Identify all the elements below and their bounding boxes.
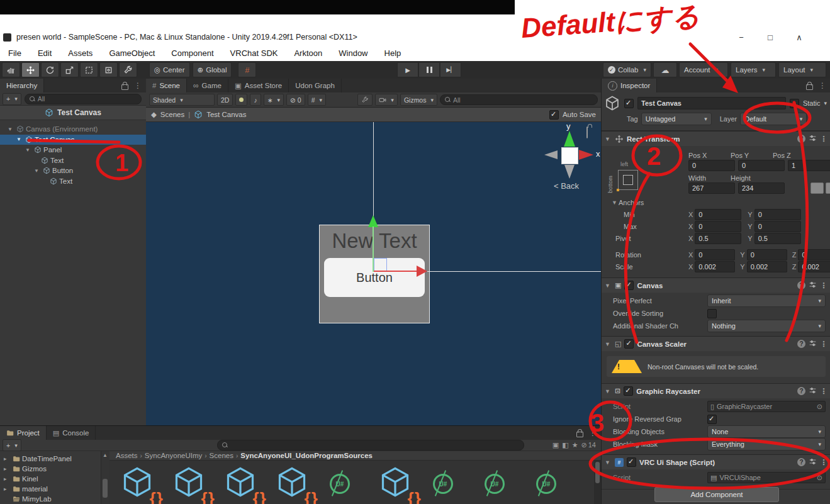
gizmo-y-cone[interactable] [564,131,575,147]
package-filter-icon[interactable]: ▣ [552,441,559,449]
menu-file[interactable]: File [0,45,30,61]
additional-shader-dropdown[interactable]: Nothing [707,320,826,332]
add-component-button[interactable]: Add Component [654,487,779,502]
panel-menu-icon[interactable]: ⋮ [819,81,826,90]
static-dropdown-caret[interactable]: ▾ [824,100,827,106]
favorites-icon[interactable]: ★ [572,441,578,449]
hierarchy-search-input[interactable]: All [25,94,142,104]
rotate-tool-button[interactable] [41,62,59,77]
gizmo-back-label[interactable]: < Back [554,181,579,191]
vrc-ui-shape-enabled-checkbox[interactable] [627,457,636,467]
foldout-icon[interactable]: ▸ [4,466,11,472]
ignore-reversed-checkbox[interactable] [707,415,717,424]
maximize-button[interactable]: □ [757,30,783,45]
pause-button[interactable] [418,62,440,77]
foldout-icon[interactable]: ▼ [605,459,612,466]
menu-component[interactable]: Component [163,45,222,61]
lock-icon[interactable] [121,84,128,90]
foldout-icon[interactable]: ▼ [605,341,612,347]
grid-snapping-button[interactable]: # [238,62,256,77]
gizmos-dropdown[interactable]: Gizmos [400,94,437,106]
label-filter-icon[interactable]: ◧ [562,441,568,449]
scale-tool-button[interactable] [60,62,79,77]
tab-project[interactable]: Project [0,426,47,440]
anchor-preset-widget[interactable]: left bottom [607,165,644,201]
help-icon[interactable]: ? [797,340,805,348]
2d-toggle-button[interactable]: 2D [217,94,233,106]
close-button[interactable]: ∧ [786,30,812,45]
breadcrumb-scenes[interactable]: Scenes [160,111,184,118]
foldout-icon[interactable]: ▼ [34,168,41,174]
component-menu-icon[interactable]: ⋮ [820,135,827,143]
canvas-scaler-enabled-checkbox[interactable] [624,339,634,349]
layers-dropdown[interactable]: Layers [731,62,776,77]
transform-tool-button[interactable] [99,62,118,77]
grid-visibility-dropdown[interactable]: # [308,94,326,106]
component-menu-icon[interactable]: ⋮ [820,387,827,396]
orientation-gizmo[interactable]: y x < Back [532,123,601,193]
rotation-z-field[interactable]: 0 [798,249,830,260]
gizmo-down-cone[interactable] [564,165,575,179]
foldout-icon[interactable]: ▼ [25,147,32,153]
gizmo-left-cone[interactable] [544,150,558,159]
handle-rotation-button[interactable]: ⊕Global [193,62,232,77]
help-icon[interactable]: ? [797,387,805,395]
minimize-button[interactable]: − [728,30,754,45]
play-button[interactable]: ▶ [397,62,418,77]
foldout-icon[interactable]: ▼ [605,388,612,395]
step-button[interactable]: ▶▏ [440,62,461,77]
pos-x-field[interactable]: 0 [688,160,735,171]
udon-program-asset-icon[interactable]: { } [224,466,263,504]
breadcrumb-assets[interactable]: Assets [116,452,138,459]
override-sorting-checkbox[interactable] [707,309,717,318]
folder-item-mimylab[interactable]: MimyLab [0,494,101,504]
tab-scene[interactable]: #Scene [146,79,187,92]
scale-z-field[interactable]: 0.002 [798,261,830,272]
hierarchy-item-canvas-environment[interactable]: ▼ Canvas (Environment) [0,124,146,135]
height-field[interactable]: 234 [738,182,785,194]
presets-icon[interactable] [809,281,817,290]
rotation-y-field[interactable]: 0 [747,249,787,260]
canvas-enabled-checkbox[interactable] [624,281,634,290]
presets-icon[interactable] [809,386,817,396]
tab-udon-graph[interactable]: Udon Graph [289,79,342,92]
hierarchy-item-button-text[interactable]: Text [0,176,146,187]
lighting-toggle-button[interactable] [235,94,247,106]
help-icon[interactable]: ? [797,458,805,466]
camera-dropdown[interactable] [375,94,398,106]
udon-program-asset-icon[interactable]: { } [121,466,160,504]
folder-scrollbar[interactable]: ▲ [101,451,109,504]
tab-asset-store[interactable]: ▣Asset Store [228,79,289,92]
move-tool-button[interactable] [21,62,40,77]
anchor-min-x-field[interactable]: 0 [695,209,741,220]
pivot-mode-button[interactable]: ◎Center [149,62,190,77]
auto-save-checkbox[interactable] [549,110,559,120]
anchor-max-y-field[interactable]: 0 [754,221,801,232]
menu-edit[interactable]: Edit [30,45,60,61]
gizmo-lock-icon[interactable] [586,126,588,138]
object-picker-icon[interactable]: ⊙ [817,474,822,482]
pivot-x-field[interactable]: 0.5 [695,233,741,244]
layout-dropdown[interactable]: Layout [778,62,826,77]
lock-icon[interactable] [806,84,813,90]
udonsharp-asset-icon[interactable]: U# [482,466,521,504]
blueprint-mode-button[interactable] [810,182,824,194]
hierarchy-item-panel[interactable]: ▼ Panel [0,145,146,155]
menu-assets[interactable]: Assets [60,45,101,61]
menu-arktoon[interactable]: Arktoon [286,45,330,61]
canvas-header[interactable]: ▼ ▣ Canvas ? ⋮ [602,277,830,293]
hidden-objects-button[interactable]: ⊘0 [286,94,305,106]
hierarchy-item-button[interactable]: ▼ Button [0,165,146,176]
x-axis-arrow-icon[interactable] [417,266,427,277]
anchor-min-y-field[interactable]: 0 [754,209,801,220]
scene-viewport[interactable]: New Text Button y x < Back [146,122,601,427]
scale-y-field[interactable]: 0.002 [747,261,787,272]
audio-toggle-button[interactable]: ♪ [250,94,261,106]
breadcrumb-syncanyoneuimy[interactable]: SyncAnyoneUImy [145,452,202,459]
foldout-icon[interactable]: ▼ [605,283,612,289]
foldout-icon[interactable]: ▸ [4,456,11,462]
menu-window[interactable]: Window [330,45,376,61]
inspector-tab[interactable]: iInspector [602,79,657,92]
udon-program-asset-icon[interactable]: { } [379,466,418,504]
component-menu-icon[interactable]: ⋮ [820,340,827,349]
